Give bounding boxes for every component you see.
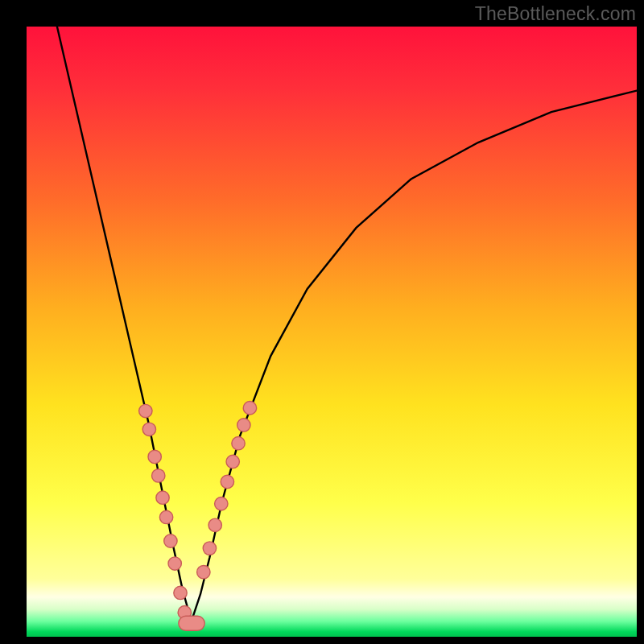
svg-rect-0 [27, 27, 637, 637]
plot-area [27, 27, 637, 637]
watermark-text: TheBottleneck.com [475, 3, 636, 25]
chart-frame: TheBottleneck.com [0, 0, 644, 644]
heat-gradient-bg [27, 27, 637, 637]
